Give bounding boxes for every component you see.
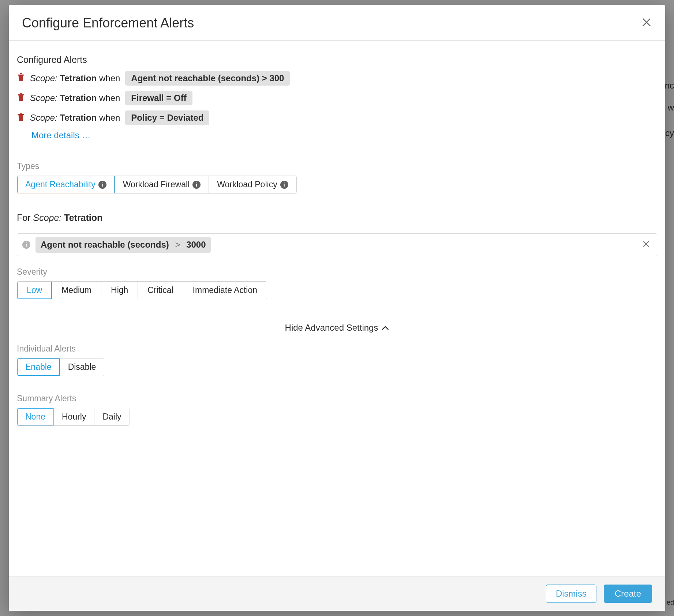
summary-alerts-segmented: None Hourly Daily	[17, 408, 130, 426]
type-label: Workload Policy	[217, 180, 277, 189]
type-label: Agent Reachability	[25, 180, 96, 189]
modal-body: Configured Alerts Scope: Tetration when …	[9, 41, 665, 576]
when-label: when	[99, 113, 120, 123]
more-details-link[interactable]: More details …	[31, 130, 657, 140]
when-label: when	[99, 93, 120, 103]
configured-alert-row: Scope: Tetration when Agent not reachabl…	[17, 71, 657, 86]
condition-pill: Policy = Deviated	[125, 110, 209, 125]
type-workload-policy[interactable]: Workload Policy i	[209, 176, 296, 193]
dismiss-button[interactable]: Dismiss	[546, 585, 596, 603]
bg-text: nc	[665, 80, 674, 91]
modal-footer: Dismiss Create	[9, 576, 665, 611]
bg-text: w	[668, 102, 674, 113]
for-prefix: For	[17, 213, 31, 223]
when-label: when	[99, 73, 120, 83]
close-button[interactable]	[641, 17, 652, 29]
info-icon[interactable]: i	[280, 181, 288, 189]
condition-operator: >	[175, 240, 180, 249]
scope-label: Scope:	[30, 93, 57, 103]
individual-disable[interactable]: Disable	[60, 358, 104, 376]
individual-enable[interactable]: Enable	[17, 358, 60, 376]
summary-hourly[interactable]: Hourly	[54, 408, 94, 425]
scope-value: Tetration	[60, 73, 97, 83]
alert-scope-text: Scope: Tetration when	[30, 113, 120, 123]
type-label: Workload Firewall	[123, 180, 190, 189]
condition-pill: Agent not reachable (seconds) > 300	[125, 71, 290, 86]
scope-value: Tetration	[64, 213, 102, 223]
configured-alerts-heading: Configured Alerts	[17, 55, 657, 65]
summary-alerts-heading: Summary Alerts	[17, 394, 657, 403]
modal-title: Configure Enforcement Alerts	[22, 15, 194, 31]
for-scope-label: For Scope: Tetration	[17, 213, 657, 223]
condition-input[interactable]: i Agent not reachable (seconds) > 3000	[17, 233, 657, 256]
bg-text: cy	[665, 128, 674, 138]
type-agent-reachability[interactable]: Agent Reachability i	[17, 176, 115, 193]
type-workload-firewall[interactable]: Workload Firewall i	[115, 176, 209, 193]
advanced-toggle-label: Hide Advanced Settings	[285, 323, 378, 333]
enforcement-alerts-modal: Configure Enforcement Alerts Configured …	[9, 5, 665, 611]
summary-daily[interactable]: Daily	[94, 408, 129, 425]
modal-header: Configure Enforcement Alerts	[9, 5, 665, 41]
bg-text: ed	[667, 599, 674, 606]
individual-alerts-segmented: Enable Disable	[17, 358, 104, 376]
scope-label: Scope:	[30, 113, 57, 123]
severity-heading: Severity	[17, 267, 657, 277]
trash-icon[interactable]	[17, 72, 25, 84]
advanced-settings-toggle[interactable]: Hide Advanced Settings	[17, 323, 657, 333]
configured-alert-row: Scope: Tetration when Firewall = Off	[17, 91, 657, 105]
scope-label: Scope:	[30, 73, 57, 83]
info-icon[interactable]: i	[22, 241, 30, 249]
info-icon[interactable]: i	[192, 181, 201, 189]
scope-value: Tetration	[60, 113, 97, 123]
configured-alerts-list: Scope: Tetration when Agent not reachabl…	[17, 71, 657, 125]
severity-critical[interactable]: Critical	[138, 282, 183, 299]
chevron-up-icon	[382, 323, 389, 333]
trash-icon[interactable]	[17, 112, 25, 124]
condition-value: 3000	[186, 240, 206, 249]
condition-metric: Agent not reachable (seconds)	[41, 240, 169, 249]
create-button[interactable]: Create	[604, 585, 652, 603]
severity-low[interactable]: Low	[17, 282, 52, 299]
alert-scope-text: Scope: Tetration when	[30, 93, 120, 103]
severity-segmented: Low Medium High Critical Immediate Actio…	[17, 281, 267, 299]
summary-none[interactable]: None	[17, 408, 54, 425]
trash-icon[interactable]	[17, 92, 25, 104]
clear-condition-button[interactable]	[642, 240, 650, 249]
info-icon[interactable]: i	[98, 181, 106, 189]
individual-alerts-heading: Individual Alerts	[17, 344, 657, 354]
severity-medium[interactable]: Medium	[52, 282, 101, 299]
types-segmented: Agent Reachability i Workload Firewall i…	[17, 176, 297, 194]
alert-scope-text: Scope: Tetration when	[30, 73, 120, 83]
severity-high[interactable]: High	[101, 282, 138, 299]
scope-value: Tetration	[60, 93, 97, 103]
types-heading: Types	[17, 161, 657, 171]
scope-label: Scope:	[33, 213, 61, 223]
configured-alert-row: Scope: Tetration when Policy = Deviated	[17, 110, 657, 125]
condition-input-pill[interactable]: Agent not reachable (seconds) > 3000	[35, 237, 211, 253]
condition-pill: Firewall = Off	[125, 91, 192, 105]
severity-immediate-action[interactable]: Immediate Action	[183, 282, 267, 299]
